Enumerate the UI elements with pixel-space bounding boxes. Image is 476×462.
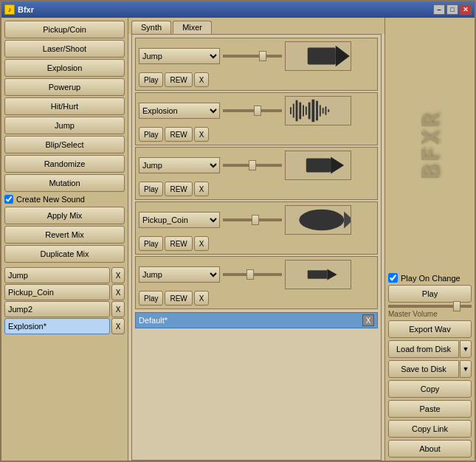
title-bar-buttons: – □ ✕ — [433, 4, 472, 15]
create-new-sound-checkbox[interactable] — [4, 195, 13, 204]
sound-button-explosion[interactable]: Explosion — [4, 59, 125, 77]
sound-button-mutation[interactable]: Mutation — [4, 174, 125, 192]
revert-mix-button[interactable]: Revert Mix — [4, 226, 125, 244]
remove-jump2-button[interactable]: X — [111, 301, 125, 317]
loaded-sounds-list: Jump X Pickup_Coin X Jump2 X Explosion* … — [4, 267, 125, 458]
about-button[interactable]: About — [388, 440, 472, 458]
track-3-play-button[interactable]: Play — [139, 182, 163, 196]
duplicate-mix-button[interactable]: Duplicate Mix — [4, 245, 125, 263]
sound-button-powerup[interactable]: Powerup — [4, 78, 125, 96]
track-5-rew-button[interactable]: REW — [165, 291, 192, 306]
track-1-x-button[interactable]: X — [194, 72, 210, 87]
svg-rect-2 — [290, 107, 292, 114]
track-2-play-button[interactable]: Play — [139, 127, 163, 142]
paste-button[interactable]: Paste — [388, 400, 472, 418]
load-from-disk-button[interactable]: Load from Disk — [388, 340, 459, 358]
track-1-rew-button[interactable]: REW — [165, 72, 192, 87]
apply-mix-button[interactable]: Apply Mix — [4, 207, 125, 224]
svg-point-17 — [299, 210, 344, 231]
right-play-button[interactable]: Play — [388, 285, 472, 303]
track-3-slider[interactable] — [223, 164, 282, 167]
title-bar: ♪ Bfxr – □ ✕ — [1, 1, 475, 18]
track-2-bottom: Play REW X — [139, 127, 374, 142]
master-volume-slider[interactable] — [388, 305, 472, 308]
svg-marker-1 — [336, 46, 350, 67]
export-wav-button[interactable]: Export Wav — [388, 320, 472, 338]
maximize-button[interactable]: □ — [446, 4, 458, 15]
track-4-rew-button[interactable]: REW — [165, 236, 192, 251]
copy-button[interactable]: Copy — [388, 380, 472, 398]
svg-rect-14 — [328, 109, 329, 112]
track-4-x-button[interactable]: X — [194, 236, 210, 251]
track-2-select[interactable]: Explosion Jump Pickup_Coin — [139, 103, 220, 119]
track-3-rew-button[interactable]: REW — [165, 182, 192, 196]
track-5-bottom: Play REW X — [139, 291, 374, 306]
track-2-top: Explosion Jump Pickup_Coin — [139, 96, 374, 125]
load-from-disk-split-button: Load from Disk ▼ — [388, 340, 472, 358]
track-4-select[interactable]: Pickup_Coin Jump Explosion — [139, 212, 220, 228]
track-4-waveform-svg — [286, 206, 351, 234]
sound-button-laser-shoot[interactable]: Laser/Shoot — [4, 40, 125, 58]
default-bar-close[interactable]: X — [362, 314, 374, 326]
save-to-disk-arrow[interactable]: ▼ — [460, 360, 472, 378]
track-5-play-button[interactable]: Play — [139, 291, 163, 306]
track-5-select[interactable]: Jump Explosion Pickup_Coin — [139, 266, 220, 283]
window-title: Bfxr — [18, 5, 34, 14]
play-on-change-label: Play On Change — [401, 274, 461, 283]
track-1-waveform — [285, 41, 351, 71]
svg-rect-13 — [325, 106, 327, 114]
sound-button-jump[interactable]: Jump — [4, 117, 125, 134]
svg-rect-12 — [322, 108, 324, 114]
minimize-button[interactable]: – — [433, 4, 445, 15]
center-area: Synth Mixer Jump Explosion Pickup_Coin — [128, 18, 384, 461]
svg-marker-18 — [344, 212, 351, 229]
track-4-waveform — [285, 205, 351, 235]
mixer-area: Jump Explosion Pickup_Coin — [131, 34, 382, 461]
track-1-select[interactable]: Jump Explosion Pickup_Coin — [139, 48, 220, 64]
sound-button-pickup-coin[interactable]: Pickup/Coin — [4, 21, 125, 38]
loaded-sound-explosion[interactable]: Explosion* — [4, 318, 110, 334]
remove-jump-button[interactable]: X — [111, 267, 125, 283]
sound-button-blip-select[interactable]: Blip/Select — [4, 136, 125, 154]
sound-button-hit-hurt[interactable]: Hit/Hurt — [4, 97, 125, 115]
track-4-top: Pickup_Coin Jump Explosion — [139, 205, 374, 235]
svg-rect-8 — [308, 103, 311, 120]
track-1-play-button[interactable]: Play — [139, 72, 163, 87]
track-5-waveform — [285, 260, 351, 289]
track-1-top: Jump Explosion Pickup_Coin — [139, 41, 374, 71]
track-2-x-button[interactable]: X — [194, 127, 210, 142]
track-2-slider[interactable] — [223, 109, 282, 112]
svg-rect-15 — [306, 159, 331, 173]
remove-explosion-button[interactable]: X — [111, 318, 125, 334]
copy-link-button[interactable]: Copy Link — [388, 420, 472, 438]
play-on-change-checkbox[interactable] — [388, 273, 398, 283]
mixer-track-1: Jump Explosion Pickup_Coin — [135, 38, 378, 91]
track-1-slider[interactable] — [223, 55, 282, 58]
save-to-disk-split-button: Save to Disk ▼ — [388, 360, 472, 378]
track-4-slider[interactable] — [223, 218, 282, 221]
track-3-select[interactable]: Jump Explosion Pickup_Coin — [139, 157, 220, 173]
mixer-track-4: Pickup_Coin Jump Explosion — [135, 201, 378, 255]
svg-marker-16 — [331, 157, 344, 174]
track-1-bottom: Play REW X — [139, 72, 374, 87]
loaded-sound-jump[interactable]: Jump — [4, 267, 110, 283]
track-3-waveform — [285, 151, 351, 180]
track-3-x-button[interactable]: X — [194, 182, 210, 196]
create-new-sound-row: Create New Sound — [4, 193, 125, 205]
loaded-sound-jump2[interactable]: Jump2 — [4, 301, 110, 317]
track-5-slider[interactable] — [223, 273, 282, 276]
close-button[interactable]: ✕ — [460, 4, 472, 15]
sound-button-randomize[interactable]: Randomize — [4, 155, 125, 173]
tab-synth[interactable]: Synth — [131, 21, 171, 34]
list-item: Jump2 X — [4, 301, 125, 317]
track-5-x-button[interactable]: X — [194, 291, 210, 306]
title-bar-left: ♪ Bfxr — [4, 4, 34, 15]
tab-mixer[interactable]: Mixer — [173, 21, 212, 34]
track-4-play-button[interactable]: Play — [139, 236, 163, 251]
remove-pickup-coin-button[interactable]: X — [111, 284, 125, 300]
load-from-disk-arrow[interactable]: ▼ — [460, 340, 472, 358]
save-to-disk-button[interactable]: Save to Disk — [388, 360, 459, 378]
loaded-sound-pickup-coin[interactable]: Pickup_Coin — [4, 284, 110, 300]
track-3-waveform-svg — [286, 151, 351, 179]
track-2-rew-button[interactable]: REW — [165, 127, 192, 142]
